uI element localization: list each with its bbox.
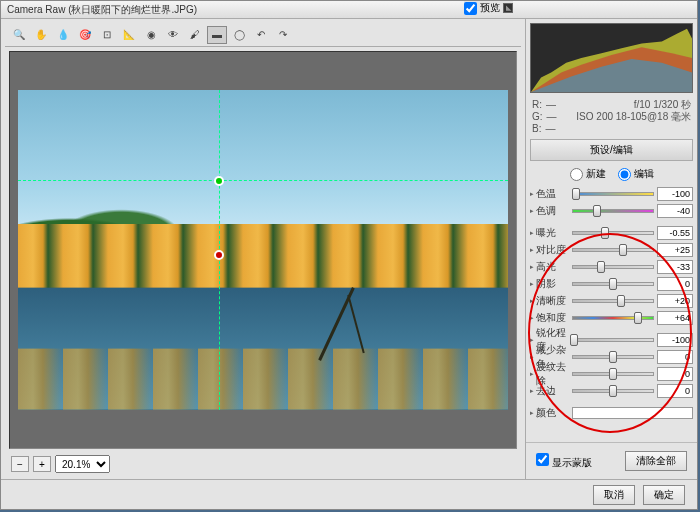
slider-track[interactable]: [572, 277, 654, 291]
slider-label: ▸色调: [530, 204, 572, 218]
slider-track[interactable]: [572, 226, 654, 240]
slider-value-input[interactable]: [657, 367, 693, 381]
slider-thumb[interactable]: [609, 351, 617, 363]
slider-label: ▸高光: [530, 260, 572, 274]
window-title: Camera Raw (秋日暖阳下的绚烂世界.JPG): [7, 4, 197, 15]
disclosure-icon[interactable]: ▸: [530, 207, 534, 215]
slider-track[interactable]: [572, 204, 654, 218]
zoom-in-button[interactable]: +: [33, 456, 51, 472]
slider-value-input[interactable]: [657, 333, 693, 347]
slider-label: ▸曝光: [530, 226, 572, 240]
disclosure-icon[interactable]: ▸: [530, 387, 534, 395]
guide-horizontal[interactable]: [18, 180, 508, 181]
slider-value-input[interactable]: [657, 204, 693, 218]
slider-contrast: ▸对比度: [530, 242, 693, 258]
rotate-cw-tool[interactable]: ↷: [273, 26, 293, 44]
slider-thumb[interactable]: [597, 261, 605, 273]
histogram[interactable]: [530, 23, 693, 93]
slider-label: ▸对比度: [530, 243, 572, 257]
slider-tint: ▸色调: [530, 203, 693, 219]
crop-tool[interactable]: ⊡: [97, 26, 117, 44]
slider-track[interactable]: [572, 187, 654, 201]
slider-shadows: ▸阴影: [530, 276, 693, 292]
brush-tool[interactable]: 🖌: [185, 26, 205, 44]
body: 🔍✋💧🎯⊡📐◉👁🖌▬◯↶↷ 预览 ◣ − + 20.1% R:—f/10 1/3…: [1, 19, 697, 479]
radio-new[interactable]: 新建: [570, 167, 606, 181]
clear-all-button[interactable]: 清除全部: [625, 451, 687, 471]
left-pane: 🔍✋💧🎯⊡📐◉👁🖌▬◯↶↷ 预览 ◣ − + 20.1%: [1, 19, 525, 479]
slider-track[interactable]: [572, 367, 654, 381]
slider-thumb[interactable]: [634, 312, 642, 324]
slider-track[interactable]: [572, 243, 654, 257]
slider-thumb[interactable]: [572, 188, 580, 200]
slider-value-input[interactable]: [657, 311, 693, 325]
disclosure-icon[interactable]: ▸: [530, 314, 534, 322]
slider-label: ▸清晰度: [530, 294, 572, 308]
disclosure-icon[interactable]: ▸: [530, 246, 534, 254]
slider-moire: ▸波纹去除: [530, 366, 693, 382]
slider-thumb[interactable]: [617, 295, 625, 307]
slider-thumb[interactable]: [609, 278, 617, 290]
slider-value-input[interactable]: [657, 384, 693, 398]
disclosure-icon[interactable]: ▸: [530, 409, 534, 417]
show-mask-checkbox[interactable]: 显示蒙版: [536, 453, 592, 470]
histogram-clip-left-icon[interactable]: ◣: [503, 3, 513, 13]
slider-value-input[interactable]: [657, 260, 693, 274]
disclosure-icon[interactable]: ▸: [530, 280, 534, 288]
radio-edit[interactable]: 编辑: [618, 167, 654, 181]
redeye-tool[interactable]: 👁: [163, 26, 183, 44]
slider-track[interactable]: [572, 260, 654, 274]
panel-footer: 显示蒙版 清除全部: [526, 442, 697, 479]
slider-thumb[interactable]: [609, 385, 617, 397]
slider-value-input[interactable]: [657, 294, 693, 308]
slider-temp: ▸色温: [530, 186, 693, 202]
preview-checkbox[interactable]: [464, 2, 477, 15]
slider-value-input[interactable]: [657, 243, 693, 257]
slider-thumb[interactable]: [570, 334, 578, 346]
right-panel: R:—f/10 1/320 秒 G:—ISO 200 18-105@18 毫米 …: [525, 19, 697, 479]
zoom-select[interactable]: 20.1%: [55, 455, 110, 473]
disclosure-icon[interactable]: ▸: [530, 229, 534, 237]
hand-tool[interactable]: ✋: [31, 26, 51, 44]
slider-defringe: ▸去边: [530, 383, 693, 399]
zoom-tool[interactable]: 🔍: [9, 26, 29, 44]
ok-button[interactable]: 确定: [643, 485, 685, 505]
gradient-handle-start[interactable]: [214, 176, 224, 186]
straighten-tool[interactable]: 📐: [119, 26, 139, 44]
slider-thumb[interactable]: [609, 368, 617, 380]
slider-saturation: ▸饱和度: [530, 310, 693, 326]
color-swatch[interactable]: [572, 407, 693, 419]
slider-track[interactable]: [572, 350, 654, 364]
disclosure-icon[interactable]: ▸: [530, 263, 534, 271]
sampler-tool[interactable]: 🎯: [75, 26, 95, 44]
slider-color: ▸颜色: [530, 405, 693, 421]
slider-track[interactable]: [572, 311, 654, 325]
slider-track[interactable]: [572, 384, 654, 398]
slider-label: ▸饱和度: [530, 311, 572, 325]
disclosure-icon[interactable]: ▸: [530, 190, 534, 198]
slider-track[interactable]: [572, 333, 654, 347]
cancel-button[interactable]: 取消: [593, 485, 635, 505]
rotate-ccw-tool[interactable]: ↶: [251, 26, 271, 44]
image-preview-area[interactable]: [9, 51, 517, 449]
slider-thumb[interactable]: [601, 227, 609, 239]
preview-checkbox-group[interactable]: 预览 ◣: [464, 1, 513, 15]
adjustments-panel-title: 预设/编辑: [530, 139, 693, 161]
radial-tool[interactable]: ◯: [229, 26, 249, 44]
slider-value-input[interactable]: [657, 277, 693, 291]
spot-tool[interactable]: ◉: [141, 26, 161, 44]
slider-clarity: ▸清晰度: [530, 293, 693, 309]
slider-thumb[interactable]: [593, 205, 601, 217]
slider-thumb[interactable]: [619, 244, 627, 256]
slider-value-input[interactable]: [657, 226, 693, 240]
eyedropper-tool[interactable]: 💧: [53, 26, 73, 44]
image-preview: [18, 90, 508, 410]
gradient-handle-end[interactable]: [214, 250, 224, 260]
slider-value-input[interactable]: [657, 350, 693, 364]
zoom-out-button[interactable]: −: [11, 456, 29, 472]
slider-track[interactable]: [572, 294, 654, 308]
gradient-tool[interactable]: ▬: [207, 26, 227, 44]
slider-value-input[interactable]: [657, 187, 693, 201]
disclosure-icon[interactable]: ▸: [530, 370, 534, 378]
disclosure-icon[interactable]: ▸: [530, 297, 534, 305]
